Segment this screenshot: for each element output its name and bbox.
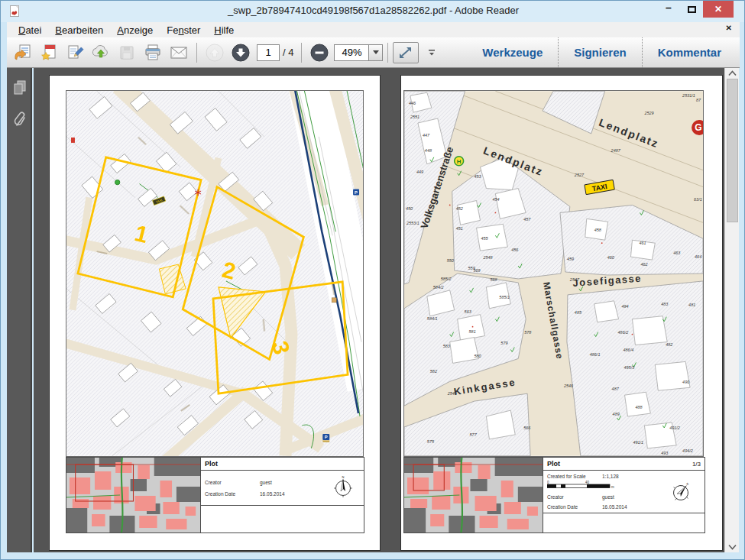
page1-titleblock: Plot Creatorguest Creation Date16.05.201… (200, 457, 364, 533)
parcel-number-label: 2546 (563, 384, 574, 388)
svg-text:N: N (342, 475, 345, 479)
parcel-number-label: 550 (447, 258, 454, 263)
parcel-number-label: 2548 (482, 255, 493, 260)
parcel-number-label: 2553/1 (406, 221, 419, 225)
fit-window-button[interactable] (393, 42, 419, 63)
close-button[interactable]: ✕ (703, 1, 734, 18)
scroll-down-icon[interactable] (728, 544, 737, 550)
page2-map: VolksgartenstraßeLendplatzLendplatzJosef… (403, 90, 704, 457)
vertical-scrollbar[interactable] (724, 68, 739, 552)
parcel-number-label: 585/2 (441, 277, 452, 281)
parcel-number-label: 485 (575, 310, 582, 315)
zoom-value[interactable]: 49% (334, 44, 369, 61)
menu-fenster[interactable]: Fenster (160, 24, 207, 36)
svg-text:G: G (695, 122, 701, 133)
next-page-button[interactable] (228, 41, 254, 64)
parcel-number-label: 456 (511, 248, 519, 252)
page-total-label: / 4 (283, 47, 293, 58)
kommentar-button[interactable]: Kommentar (642, 37, 737, 67)
bus-stop-sign: H (455, 157, 464, 166)
parcel-number-label: 457 (523, 217, 531, 222)
red-marker-icon (71, 138, 75, 143)
menu-bar: Datei Bearbeiten Anzeige Fenster Hilfe ✕ (7, 22, 740, 37)
parcel-number-label: 446 (409, 101, 416, 105)
print-button[interactable] (140, 41, 166, 64)
parcel-number-label: 493 (661, 451, 668, 455)
parcel-number-label: 583 (443, 345, 450, 349)
parcel-number-label: 87 (696, 98, 701, 102)
page-thumbnails-button[interactable] (7, 74, 32, 102)
parcel-number-label: 491/1 (633, 440, 643, 445)
sign-button[interactable] (62, 41, 88, 64)
page-number-input[interactable] (257, 44, 280, 61)
parcel-number-label: 449 (416, 170, 423, 174)
zoom-combo: 49% (334, 44, 383, 61)
adobe-reader-window: _swp_2b78947410cd49198f567d1a28582262.pd… (0, 0, 745, 560)
page2-titleblock: Plot 1/3 Created for Scale1:1,128 0 40 m… (543, 457, 705, 533)
svg-text:0: 0 (547, 481, 549, 484)
open-icon (13, 44, 33, 62)
parcel-number-label: 577 (470, 432, 478, 437)
email-button[interactable] (166, 41, 192, 64)
parcel-number-label: 491/2 (669, 426, 680, 430)
page1-overview-inset (66, 457, 201, 533)
signieren-button[interactable]: Signieren (558, 37, 641, 67)
minimize-button[interactable]: – (657, 1, 680, 18)
previous-page-button[interactable] (202, 41, 228, 64)
field-label: Creator (547, 494, 602, 500)
minus-circle-icon (309, 43, 329, 63)
arrow-up-icon (205, 43, 225, 63)
parcel-number-label: 582 (430, 369, 437, 374)
parcel-number-label: 486/2 (618, 330, 629, 335)
zoom-dropdown-button[interactable] (369, 44, 383, 61)
scroll-up-icon[interactable] (728, 70, 737, 76)
svg-text:P: P (355, 190, 358, 195)
toolbar-separator (387, 43, 388, 63)
parcel-number-label: 447 (423, 133, 430, 138)
parcel-number-label: 585/1 (499, 295, 510, 299)
maximize-button[interactable] (680, 1, 703, 18)
toolbar-right-group: Werkzeuge Signieren Kommentar (467, 37, 737, 67)
menu-bearbeiten[interactable]: Bearbeiten (48, 24, 110, 36)
cloud-upload-button[interactable] (88, 41, 114, 64)
parcel-number-label: 578 (524, 330, 532, 335)
titleblock-title: Plot (205, 458, 218, 470)
cloud-upload-icon (91, 44, 111, 62)
menu-anzeige[interactable]: Anzeige (110, 24, 160, 36)
zoom-out-button[interactable] (306, 41, 332, 64)
parcel-number-label: 458 (594, 228, 602, 232)
scrollbar-thumb[interactable] (727, 79, 738, 222)
page-indicator: 1/3 (692, 458, 701, 470)
parcel-number-label: 63/1 (694, 197, 702, 202)
create-pdf-button[interactable] (36, 41, 62, 64)
parcel-number-label: 451 (456, 226, 463, 231)
parcel-number-label: 580 (475, 354, 481, 358)
toolbar: / 4 49% Werkzeuge (7, 37, 740, 68)
menu-datei[interactable]: Datei (11, 24, 48, 36)
window-title: _swp_2b78947410cd49198f567d1a28582262.pd… (1, 1, 745, 21)
parcel-number-label: 459 (567, 257, 574, 261)
document-area[interactable]: 123 TAXI P P (34, 68, 724, 552)
parcel-number-label: 569 (474, 268, 481, 273)
field-value: 1:1,128 (602, 474, 619, 479)
open-button[interactable] (10, 41, 36, 64)
parcel-number-label: 486/4 (624, 348, 634, 352)
email-icon (169, 44, 189, 61)
parcel-number-label: 2527 (574, 173, 585, 177)
parcel-number-label: 481 (688, 303, 695, 307)
menubar-close-icon[interactable]: ✕ (726, 24, 732, 32)
parcel-number-label: 2529 (643, 111, 653, 115)
field-label: Creation Date (205, 491, 260, 497)
save-button[interactable] (114, 41, 140, 64)
attachments-button[interactable] (7, 105, 32, 132)
parcel-number-label: 448 (425, 148, 432, 153)
toolbar-overflow-button[interactable] (419, 41, 445, 64)
maximize-icon (688, 6, 696, 13)
arrow-down-icon (231, 43, 251, 63)
werkzeuge-button[interactable]: Werkzeuge (467, 37, 558, 67)
menu-hilfe[interactable]: Hilfe (207, 24, 241, 36)
field-value: 16.05.2014 (260, 491, 285, 497)
sign-icon (66, 44, 84, 62)
overflow-menu-icon (427, 48, 436, 57)
parcel-number-label: 584/1 (427, 316, 438, 321)
